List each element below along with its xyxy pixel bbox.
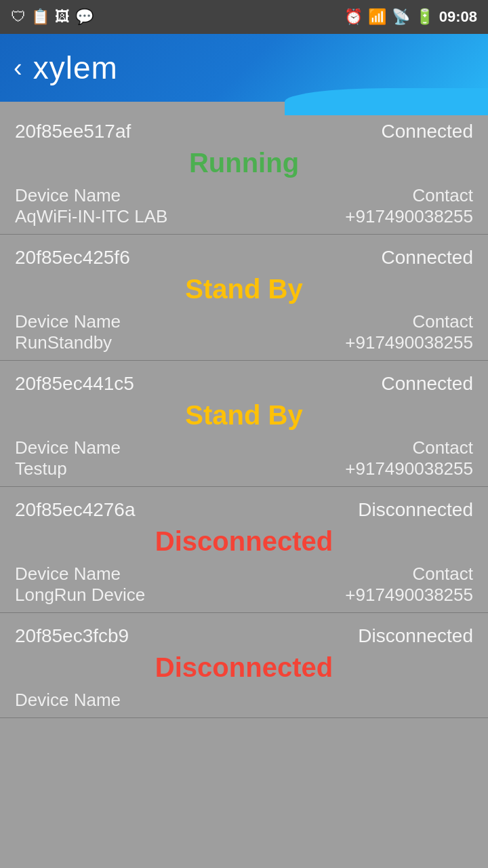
device-name-label: Device Name — [15, 311, 121, 332]
alarm-icon: ⏰ — [344, 8, 363, 26]
back-button[interactable]: ‹ — [14, 55, 22, 81]
sim-icon: 📡 — [392, 8, 410, 26]
operational-status: Disconnected — [15, 652, 473, 683]
device-name-label: Device Name — [15, 690, 121, 711]
device-name-value: LongRun Device — [15, 585, 145, 606]
whatsapp-icon: 💬 — [75, 8, 94, 26]
connection-status: Connected — [382, 373, 473, 395]
status-icons-left: 🛡 📋 🖼 💬 — [11, 8, 94, 26]
device-id: 20f85ec441c5 — [15, 373, 134, 395]
contact-label: Contact — [412, 437, 473, 458]
device-card[interactable]: 20f85ec4276aDisconnectedDisconnectedDevi… — [0, 487, 488, 613]
wifi-icon: 📶 — [368, 8, 386, 26]
device-name-label: Device Name — [15, 564, 145, 585]
clock-time: 09:08 — [439, 8, 477, 26]
operational-status: Running — [15, 148, 473, 178]
device-id: 20f85ec3fcb9 — [15, 625, 129, 647]
device-id: 20f85ec4276a — [15, 499, 136, 521]
contact-value: +917490038255 — [345, 206, 473, 227]
device-card[interactable]: 20f85ee517afConnectedRunningDevice NameA… — [0, 108, 488, 235]
device-card[interactable]: 20f85ec425f6ConnectedStand ByDevice Name… — [0, 235, 488, 361]
operational-status: Stand By — [15, 400, 473, 431]
contact-label: Contact — [412, 185, 473, 206]
device-name-value: RunStandby — [15, 332, 121, 353]
image-icon: 🖼 — [55, 8, 70, 26]
device-list: 20f85ee517afConnectedRunningDevice NameA… — [0, 102, 488, 718]
connection-status: Connected — [382, 247, 473, 269]
operational-status: Stand By — [15, 274, 473, 304]
operational-status: Disconnected — [15, 526, 473, 557]
status-bar: 🛡 📋 🖼 💬 ⏰ 📶 📡 🔋 09:08 — [0, 0, 488, 34]
contact-label: Contact — [412, 564, 473, 585]
device-id: 20f85ec425f6 — [15, 247, 130, 269]
contact-value: +917490038255 — [345, 458, 473, 479]
device-card[interactable]: 20f85ec441c5ConnectedStand ByDevice Name… — [0, 361, 488, 487]
device-card[interactable]: 20f85ec3fcb9DisconnectedDisconnectedDevi… — [0, 613, 488, 718]
notification-icon: 📋 — [31, 8, 49, 26]
connection-status: Disconnected — [358, 625, 473, 647]
contact-value: +917490038255 — [345, 332, 473, 353]
status-icons-right: ⏰ 📶 📡 🔋 09:08 — [344, 8, 477, 26]
app-title: xylem — [33, 50, 118, 86]
battery-icon: 🔋 — [415, 8, 434, 26]
contact-value: +917490038255 — [345, 585, 473, 606]
device-name-value: Testup — [15, 458, 121, 479]
device-name-label: Device Name — [15, 437, 121, 458]
device-name-label: Device Name — [15, 185, 167, 206]
app-bar: ‹ xylem — [0, 34, 488, 102]
contact-label: Contact — [412, 311, 473, 332]
device-name-value: AqWiFi-IN-ITC LAB — [15, 206, 167, 227]
shield-icon: 🛡 — [11, 8, 26, 26]
connection-status: Connected — [382, 121, 473, 142]
connection-status: Disconnected — [358, 499, 473, 521]
device-id: 20f85ee517af — [15, 121, 131, 142]
